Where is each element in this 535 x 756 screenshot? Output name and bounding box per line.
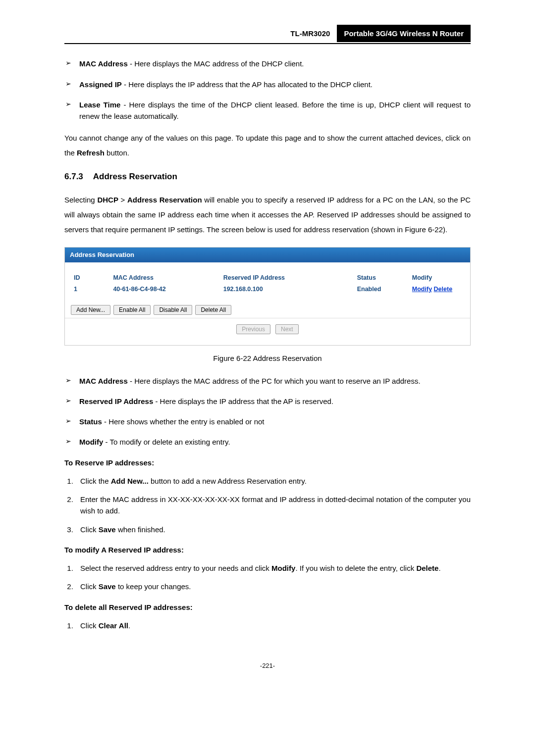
button-row: Add New... Enable All Disable All Delete…: [71, 305, 464, 315]
term-text: - Here displays the time of the DHCP cli…: [79, 101, 471, 120]
table-row: 1 40-61-86-C4-98-42 192.168.0.100 Enable…: [71, 284, 464, 295]
product-title: Portable 3G/4G Wireless N Router: [337, 25, 471, 42]
term: Lease Time: [79, 101, 120, 109]
refresh-paragraph: You cannot change any of the values on t…: [64, 131, 471, 160]
cell-modify: Modify Delete: [409, 284, 464, 295]
col-status: Status: [354, 272, 409, 284]
add-new-button[interactable]: Add New...: [71, 305, 110, 315]
model-label: TL-MR3020: [285, 26, 335, 41]
figure-body: ID MAC Address Reserved IP Address Statu…: [65, 262, 470, 346]
heading-reserve: To Reserve IP addresses:: [64, 457, 471, 468]
pagination-row: Previous Next: [71, 318, 464, 338]
list-item: Status - Here shows whether the entry is…: [64, 416, 471, 427]
modify-link[interactable]: Modify: [412, 286, 432, 293]
step: Click the Add New... button to add a new…: [75, 475, 471, 487]
list-item: Reserved IP Address - Here displays the …: [64, 396, 471, 407]
page-number: -221-: [64, 661, 471, 671]
text: . If you wish to delete the entry, click: [295, 564, 416, 572]
bold: Delete: [416, 564, 438, 572]
field-definitions-top: MAC Address - Here displays the MAC addr…: [64, 58, 471, 122]
text: button.: [105, 149, 129, 157]
term: MAC Address: [79, 377, 128, 385]
heading-modify: To modify A Reserved IP address:: [64, 544, 471, 555]
step: Select the reserved address entry to you…: [75, 562, 471, 574]
term: Status: [79, 417, 102, 426]
breadcrumb-dhcp: DHCP: [97, 196, 118, 204]
cell-ip: 192.168.0.100: [220, 284, 354, 295]
reservation-table: ID MAC Address Reserved IP Address Statu…: [71, 272, 464, 296]
text: to keep your changes.: [116, 582, 191, 591]
section-number: 6.7.3: [64, 170, 83, 183]
term-text: - Here shows whether the entry is enable…: [102, 417, 265, 426]
figure-titlebar: Address Reservation: [65, 248, 470, 262]
list-item: Assigned IP - Here displays the IP addre…: [64, 79, 471, 90]
text: .: [128, 621, 130, 630]
term: MAC Address: [79, 59, 128, 68]
text: Selecting: [64, 196, 97, 204]
delete-link[interactable]: Delete: [434, 286, 453, 293]
list-item: MAC Address - Here displays the MAC addr…: [64, 375, 471, 387]
disable-all-button[interactable]: Disable All: [154, 305, 192, 315]
text: Click: [80, 525, 99, 534]
term-text: - To modify or delete an existing entry.: [103, 438, 230, 446]
list-item: MAC Address - Here displays the MAC addr…: [64, 58, 471, 69]
term: Reserved IP Address: [79, 397, 153, 405]
step: Click Save when finished.: [75, 524, 471, 535]
section-heading: 6.7.3Address Reservation: [64, 170, 471, 183]
col-mac: MAC Address: [110, 272, 220, 284]
bold: Modify: [271, 564, 295, 572]
col-modify: Modify: [409, 272, 464, 284]
previous-button[interactable]: Previous: [236, 324, 270, 334]
section-title: Address Reservation: [93, 172, 177, 181]
text: when finished.: [116, 525, 165, 534]
heading-delete-all: To delete all Reserved IP addresses:: [64, 602, 471, 613]
steps-modify: Select the reserved address entry to you…: [75, 562, 471, 593]
step: Enter the MAC address in XX-XX-XX-XX-XX-…: [75, 494, 471, 517]
list-item: Lease Time - Here displays the time of t…: [64, 99, 471, 122]
col-ip: Reserved IP Address: [220, 272, 354, 284]
text: .: [438, 564, 440, 572]
text: Click the: [80, 477, 111, 485]
term-text: - Here displays the MAC address of the P…: [128, 377, 421, 385]
term-text: - Here displays the IP address that the …: [153, 397, 333, 405]
field-definitions: MAC Address - Here displays the MAC addr…: [64, 375, 471, 448]
steps-delete: Click Clear All.: [75, 620, 471, 631]
bold: Save: [99, 582, 116, 591]
enable-all-button[interactable]: Enable All: [113, 305, 151, 315]
cell-mac: 40-61-86-C4-98-42: [110, 284, 220, 295]
text: Select the reserved address entry to you…: [80, 564, 271, 572]
refresh-bold: Refresh: [77, 149, 105, 157]
table-header-row: ID MAC Address Reserved IP Address Statu…: [71, 272, 464, 284]
term-text: - Here displays the IP address that the …: [122, 80, 373, 89]
text: Click: [80, 582, 99, 591]
step: Click Save to keep your changes.: [75, 581, 471, 592]
bold: Add New...: [111, 477, 149, 485]
term: Assigned IP: [79, 80, 122, 89]
bold: Save: [99, 525, 116, 534]
list-item: Modify - To modify or delete an existing…: [64, 436, 471, 448]
cell-status: Enabled: [354, 284, 409, 295]
doc-header: TL-MR3020 Portable 3G/4G Wireless N Rout…: [64, 25, 471, 44]
delete-all-button[interactable]: Delete All: [195, 305, 231, 315]
breadcrumb-sep: >: [118, 196, 127, 204]
intro-paragraph: Selecting DHCP > Address Reservation wil…: [64, 193, 471, 237]
cell-id: 1: [71, 284, 110, 295]
col-id: ID: [71, 272, 110, 284]
bold: Clear All: [99, 621, 128, 630]
figure-caption: Figure 6-22 Address Reservation: [64, 353, 471, 364]
term: Modify: [79, 438, 103, 446]
figure-address-reservation: Address Reservation ID MAC Address Reser…: [64, 247, 471, 346]
text: Enter the MAC address in XX-XX-XX-XX-XX-…: [80, 495, 471, 515]
term-text: - Here displays the MAC address of the D…: [128, 59, 304, 68]
breadcrumb-ar: Address Reservation: [127, 196, 202, 204]
steps-reserve: Click the Add New... button to add a new…: [75, 475, 471, 535]
text: button to add a new Address Reservation …: [149, 477, 307, 485]
next-button[interactable]: Next: [275, 324, 299, 334]
step: Click Clear All.: [75, 620, 471, 631]
text: Click: [80, 621, 99, 630]
